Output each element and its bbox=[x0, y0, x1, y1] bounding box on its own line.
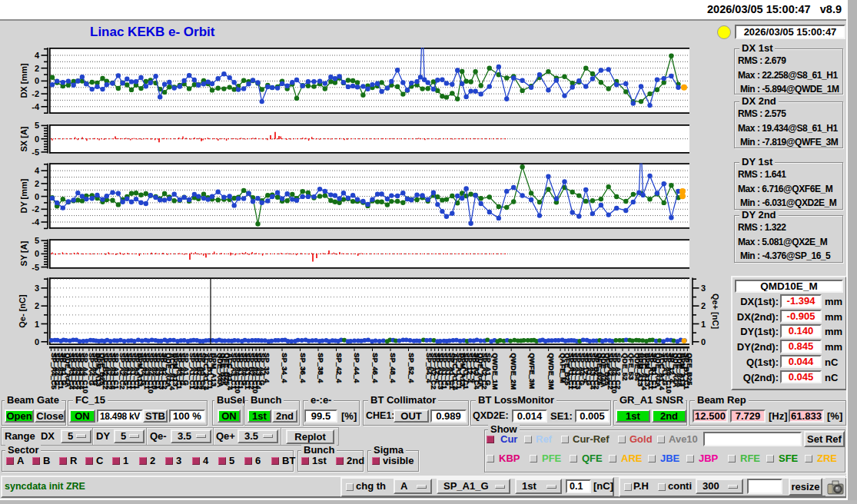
svg-text:QWFE_3M: QWFE_3M bbox=[528, 353, 536, 389]
svg-text:SP_42_4: SP_42_4 bbox=[335, 353, 344, 383]
svg-text:2: 2 bbox=[35, 179, 39, 188]
svg-text:-4: -4 bbox=[32, 217, 40, 227]
svg-text:1: 1 bbox=[701, 320, 706, 329]
svg-text:SP_34_4: SP_34_4 bbox=[281, 353, 289, 383]
svg-text:DX [mm]: DX [mm] bbox=[19, 63, 28, 98]
svg-text:SP_46_4: SP_46_4 bbox=[371, 353, 380, 383]
svg-text:5: 5 bbox=[35, 236, 39, 245]
svg-text:SX [A]: SX [A] bbox=[19, 126, 28, 151]
svg-text:-5: -5 bbox=[32, 148, 39, 157]
svg-text:QWDE_2M: QWDE_2M bbox=[510, 353, 518, 390]
svg-text:0: 0 bbox=[35, 337, 39, 346]
svg-text:2: 2 bbox=[35, 301, 39, 310]
svg-text:SP_48_4: SP_48_4 bbox=[389, 353, 397, 383]
svg-text:1: 1 bbox=[35, 320, 39, 329]
svg-text:SP_36_4: SP_36_4 bbox=[299, 353, 307, 383]
svg-text:5: 5 bbox=[35, 121, 39, 130]
svg-text:SP_38_4: SP_38_4 bbox=[317, 353, 325, 383]
svg-text:3: 3 bbox=[701, 284, 706, 293]
svg-text:0: 0 bbox=[35, 192, 39, 201]
svg-text:3: 3 bbox=[35, 284, 39, 293]
svg-text:0: 0 bbox=[35, 134, 39, 144]
svg-text:QWDE_3M: QWDE_3M bbox=[547, 353, 556, 390]
svg-text:SP_32_4: SP_32_4 bbox=[263, 353, 271, 383]
svg-text:0: 0 bbox=[701, 337, 706, 346]
svg-text:4: 4 bbox=[35, 166, 40, 175]
svg-text:-2: -2 bbox=[32, 204, 39, 214]
svg-text:2: 2 bbox=[701, 301, 706, 310]
svg-text:DY [mm]: DY [mm] bbox=[19, 178, 28, 213]
svg-text:0: 0 bbox=[35, 249, 39, 258]
svg-text:-2: -2 bbox=[32, 89, 39, 98]
svg-text:4: 4 bbox=[35, 51, 40, 60]
svg-text:0: 0 bbox=[35, 76, 39, 85]
svg-text:QFE_B25: QFE_B25 bbox=[686, 353, 694, 386]
svg-text:QWDE_1M: QWDE_1M bbox=[491, 353, 500, 390]
svg-text:SP_44_4: SP_44_4 bbox=[353, 353, 361, 383]
svg-text:-5: -5 bbox=[32, 263, 39, 272]
svg-text:-4: -4 bbox=[32, 102, 40, 111]
svg-text:Qe- [nC]: Qe- [nC] bbox=[18, 294, 27, 328]
svg-text:Qe+ [nC]: Qe+ [nC] bbox=[711, 293, 720, 329]
svg-text:SY [A]: SY [A] bbox=[19, 240, 28, 266]
svg-text:SP_52_4: SP_52_4 bbox=[407, 353, 416, 383]
svg-text:SP_A1_G: SP_A1_G bbox=[484, 353, 493, 386]
svg-text:2: 2 bbox=[35, 64, 39, 73]
